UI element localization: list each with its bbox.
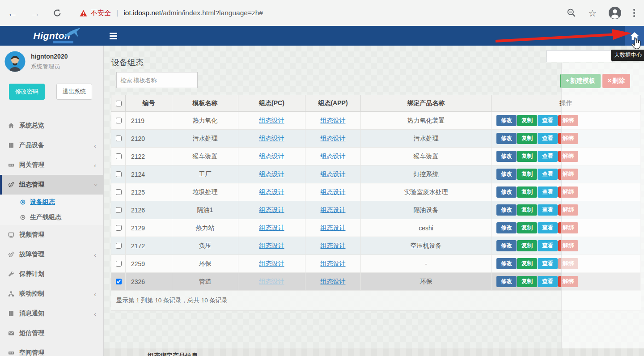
action-edit-button[interactable]: 修改 — [496, 186, 517, 198]
header-search-input[interactable] — [547, 50, 613, 62]
action-unbind-button[interactable]: 解绑 — [558, 204, 578, 216]
browser-back-icon[interactable]: ← — [7, 8, 17, 18]
action-view-button[interactable]: 查看 — [538, 186, 558, 198]
action-copy-button[interactable]: 复制 — [517, 169, 537, 180]
sidebar-item-消息通知[interactable]: 消息通知‹ — [0, 304, 103, 323]
row-checkbox[interactable] — [116, 261, 122, 267]
action-edit-button[interactable]: 修改 — [496, 133, 517, 144]
config-app-link[interactable]: 组态设计 — [321, 117, 346, 124]
config-pc-link[interactable]: 组态设计 — [259, 260, 284, 267]
row-checkbox[interactable] — [116, 207, 122, 213]
action-unbind-button[interactable]: 解绑 — [558, 169, 578, 180]
delete-button[interactable]: ×删除 — [602, 74, 630, 88]
action-copy-button[interactable]: 复制 — [517, 240, 537, 251]
action-view-button[interactable]: 查看 — [538, 258, 558, 269]
sidebar-item-空间管理[interactable]: 空间管理 — [0, 343, 103, 356]
action-view-button[interactable]: 查看 — [538, 204, 558, 216]
sidebar-item-联动控制[interactable]: 联动控制‹ — [0, 284, 103, 304]
action-unbind-button[interactable]: 解绑 — [558, 276, 578, 287]
config-pc-link[interactable]: 组态设计 — [259, 117, 284, 124]
logout-button[interactable]: 退出系统 — [56, 84, 92, 100]
config-app-link[interactable]: 组态设计 — [321, 135, 346, 142]
action-view-button[interactable]: 查看 — [538, 222, 558, 233]
sidebar-item-视频管理[interactable]: 视频管理 — [0, 225, 103, 245]
profile-avatar-icon[interactable] — [608, 6, 622, 20]
row-checkbox[interactable] — [116, 153, 122, 159]
action-view-button[interactable]: 查看 — [538, 133, 558, 144]
row-checkbox[interactable] — [116, 136, 122, 141]
action-copy-button[interactable]: 复制 — [517, 276, 537, 287]
row-checkbox[interactable] — [116, 243, 122, 249]
action-view-button[interactable]: 查看 — [538, 151, 558, 162]
change-password-button[interactable]: 修改密码 — [9, 84, 45, 100]
sidebar-subitem-生产线组态[interactable]: 生产线组态 — [0, 210, 103, 225]
action-unbind-button[interactable]: 解绑 — [558, 222, 578, 233]
action-unbind-button[interactable]: 解绑 — [558, 133, 578, 144]
app-logo[interactable]: Hignton — [0, 26, 104, 46]
sidebar-item-网关管理[interactable]: 网关管理‹ — [0, 155, 103, 175]
config-pc-link[interactable]: 组态设计 — [259, 188, 284, 195]
config-pc-link[interactable]: 组态设计 — [259, 170, 284, 178]
action-view-button[interactable]: 查看 — [538, 240, 558, 251]
action-unbind-button[interactable]: 解绑 — [558, 186, 578, 198]
action-copy-button[interactable]: 复制 — [517, 204, 537, 216]
action-unbind-button[interactable]: 解绑 — [558, 258, 578, 269]
action-view-button[interactable]: 查看 — [538, 115, 558, 126]
select-all-checkbox[interactable] — [116, 101, 122, 106]
config-app-link[interactable]: 组态设计 — [321, 188, 346, 195]
row-checkbox[interactable] — [116, 189, 122, 195]
new-template-button[interactable]: +新建模板 — [560, 74, 601, 88]
action-unbind-button[interactable]: 解绑 — [558, 151, 578, 162]
action-copy-button[interactable]: 复制 — [517, 258, 537, 269]
sidebar-item-故障管理[interactable]: 故障管理‹ — [0, 245, 103, 264]
action-unbind-button[interactable]: 解绑 — [558, 240, 578, 251]
action-edit-button[interactable]: 修改 — [496, 115, 517, 126]
sidebar-item-保养计划[interactable]: 保养计划 — [0, 264, 103, 284]
sidebar-item-系统总览[interactable]: 系统总览 — [0, 116, 103, 136]
action-copy-button[interactable]: 复制 — [517, 115, 537, 126]
action-edit-button[interactable]: 修改 — [496, 204, 517, 216]
action-edit-button[interactable]: 修改 — [496, 276, 517, 287]
address-bar[interactable]: iot.idosp.net/admin/index.html?language=… — [123, 9, 263, 17]
bigdata-home-button[interactable] — [625, 26, 644, 46]
action-view-button[interactable]: 查看 — [538, 169, 558, 180]
bookmark-star-icon[interactable]: ☆ — [588, 8, 597, 18]
action-unbind-button[interactable]: 解绑 — [558, 115, 578, 126]
sidebar-subitem-设备组态[interactable]: 设备组态 — [0, 195, 103, 210]
action-copy-button[interactable]: 复制 — [517, 133, 537, 144]
config-pc-link[interactable]: 组态设计 — [259, 135, 284, 142]
sidebar-item-组态管理[interactable]: 组态管理‹ — [0, 175, 103, 195]
action-edit-button[interactable]: 修改 — [496, 222, 517, 233]
config-pc-link[interactable]: 组态设计 — [259, 206, 284, 213]
config-app-link[interactable]: 组态设计 — [321, 242, 346, 249]
action-copy-button[interactable]: 复制 — [517, 222, 537, 233]
zoom-out-icon[interactable] — [567, 8, 576, 18]
action-edit-button[interactable]: 修改 — [496, 151, 517, 162]
config-app-link[interactable]: 组态设计 — [321, 206, 346, 213]
sidebar-toggle-icon[interactable] — [110, 33, 117, 39]
action-copy-button[interactable]: 复制 — [517, 151, 537, 162]
action-view-button[interactable]: 查看 — [538, 276, 558, 287]
user-avatar[interactable] — [4, 51, 25, 72]
security-warning[interactable]: 不安全 — [80, 9, 111, 17]
template-search-input[interactable] — [116, 72, 198, 88]
action-edit-button[interactable]: 修改 — [496, 240, 517, 251]
sidebar-item-短信管理[interactable]: 短信管理 — [0, 323, 103, 343]
config-pc-link[interactable]: 组态设计 — [259, 224, 284, 231]
action-edit-button[interactable]: 修改 — [496, 169, 517, 180]
config-pc-link[interactable]: 组态设计 — [259, 278, 284, 285]
row-checkbox[interactable] — [116, 118, 122, 123]
action-copy-button[interactable]: 复制 — [517, 186, 537, 198]
config-pc-link[interactable]: 组态设计 — [259, 242, 284, 249]
config-pc-link[interactable]: 组态设计 — [259, 153, 284, 160]
browser-menu-icon[interactable] — [633, 9, 635, 17]
sidebar-item-产品设备[interactable]: 产品设备‹ — [0, 136, 103, 155]
config-app-link[interactable]: 组态设计 — [321, 153, 346, 160]
config-app-link[interactable]: 组态设计 — [321, 260, 346, 267]
config-app-link[interactable]: 组态设计 — [321, 224, 346, 231]
config-app-link[interactable]: 组态设计 — [321, 278, 346, 285]
row-checkbox[interactable] — [116, 279, 122, 284]
browser-forward-icon[interactable]: → — [30, 8, 40, 18]
row-checkbox[interactable] — [116, 225, 122, 231]
config-app-link[interactable]: 组态设计 — [321, 170, 346, 178]
